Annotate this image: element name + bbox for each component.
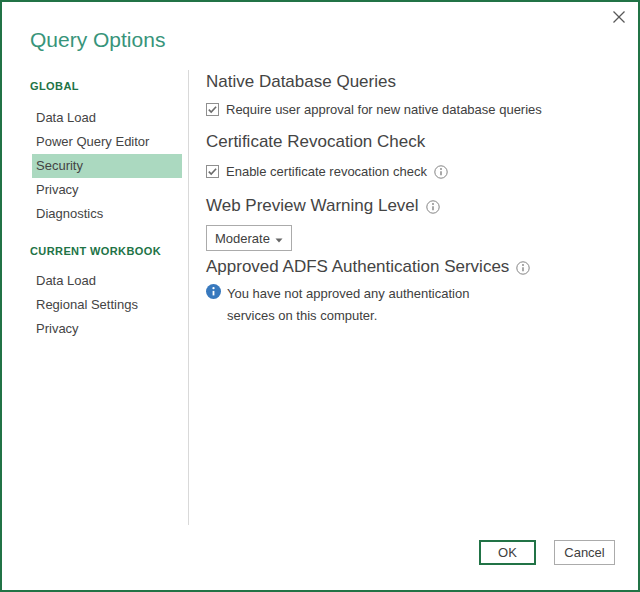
adfs-heading: Approved ADFS Authentication Services <box>206 257 509 277</box>
sidebar-item-workbook-data-load[interactable]: Data Load <box>32 269 182 293</box>
cancel-button[interactable]: Cancel <box>554 540 615 565</box>
sidebar-item-privacy[interactable]: Privacy <box>32 178 182 202</box>
sidebar-item-workbook-privacy[interactable]: Privacy <box>32 317 182 341</box>
web-preview-heading-row: Web Preview Warning Level <box>206 196 440 216</box>
adfs-note-line2: services on this computer. <box>227 308 377 323</box>
require-approval-label: Require user approval for new native dat… <box>226 102 542 117</box>
cert-check-heading-row: Certificate Revocation Check <box>206 132 425 152</box>
web-preview-heading: Web Preview Warning Level <box>206 196 419 216</box>
sidebar-divider <box>188 70 189 525</box>
sidebar-item-diagnostics[interactable]: Diagnostics <box>32 202 182 226</box>
require-approval-checkbox[interactable] <box>206 103 219 116</box>
enable-cert-check-row: Enable certificate revocation check <box>206 163 448 179</box>
warning-level-value: Moderate <box>215 231 270 246</box>
native-db-heading-row: Native Database Queries <box>206 72 396 92</box>
sidebar-section-current-workbook: CURRENT WORKBOOK <box>30 245 182 257</box>
sidebar-item-security[interactable]: Security <box>32 154 182 178</box>
ok-button[interactable]: OK <box>479 540 536 565</box>
adfs-heading-row: Approved ADFS Authentication Services <box>206 257 530 277</box>
close-icon <box>612 10 626 28</box>
enable-cert-check-checkbox[interactable] <box>206 165 219 178</box>
native-db-heading: Native Database Queries <box>206 72 396 92</box>
sidebar-workbook-list: Data Load Regional Settings Privacy <box>30 269 182 341</box>
cert-check-heading: Certificate Revocation Check <box>206 132 425 152</box>
dialog-title: Query Options <box>30 28 165 52</box>
close-button[interactable] <box>610 10 628 28</box>
info-filled-icon <box>206 284 221 327</box>
enable-cert-check-label: Enable certificate revocation check <box>226 164 427 179</box>
sidebar-item-power-query-editor[interactable]: Power Query Editor <box>32 130 182 154</box>
query-options-dialog: Query Options GLOBAL Data Load Power Que… <box>0 0 640 592</box>
sidebar-global-list: Data Load Power Query Editor Security Pr… <box>30 106 182 226</box>
sidebar: GLOBAL Data Load Power Query Editor Secu… <box>30 80 182 341</box>
info-icon[interactable] <box>426 200 440 214</box>
chevron-down-icon <box>275 231 283 246</box>
info-icon[interactable] <box>434 165 448 179</box>
adfs-note: You have not approved any authentication… <box>206 283 469 327</box>
adfs-note-line1: You have not approved any authentication <box>227 286 469 301</box>
sidebar-item-data-load[interactable]: Data Load <box>32 106 182 130</box>
sidebar-section-global: GLOBAL <box>30 80 182 92</box>
warning-level-dropdown[interactable]: Moderate <box>206 225 292 251</box>
adfs-note-text: You have not approved any authentication… <box>227 283 469 327</box>
info-icon[interactable] <box>516 261 530 275</box>
require-approval-row: Require user approval for new native dat… <box>206 101 542 117</box>
sidebar-item-regional-settings[interactable]: Regional Settings <box>32 293 182 317</box>
